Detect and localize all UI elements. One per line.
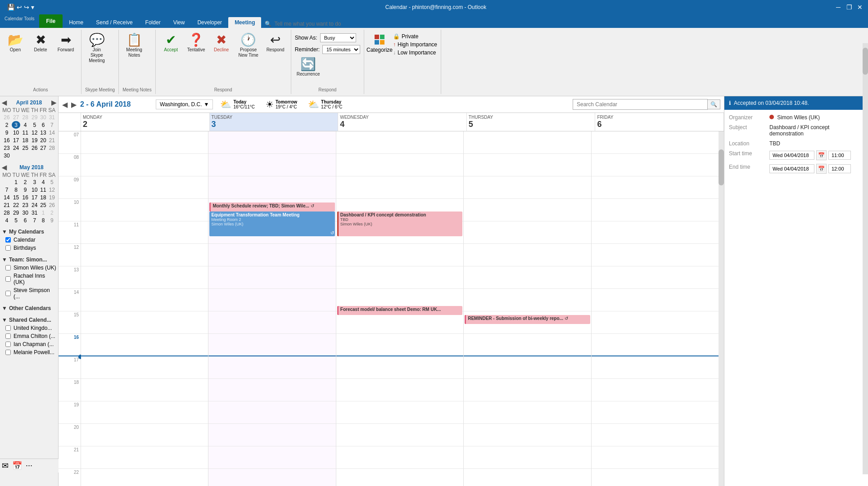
- mini-cal-day[interactable]: 18: [20, 136, 30, 144]
- tuesday-7[interactable]: [208, 131, 335, 154]
- united-kingdom-checkbox[interactable]: [5, 325, 11, 331]
- tab-view[interactable]: View: [167, 17, 191, 28]
- mini-cal-day[interactable]: 26: [2, 113, 12, 121]
- mini-cal-day[interactable]: 12: [48, 186, 56, 194]
- friday-22[interactable]: [592, 469, 719, 486]
- tab-home[interactable]: Home: [63, 17, 90, 28]
- tab-folder[interactable]: Folder: [139, 17, 167, 28]
- mini-cal-day[interactable]: 3: [30, 178, 39, 186]
- categorize-button[interactable]: Categorize: [368, 32, 391, 56]
- friday-15[interactable]: [592, 311, 719, 334]
- wednesday-22[interactable]: [336, 469, 463, 486]
- wednesday-21[interactable]: [336, 446, 463, 469]
- wednesday-8[interactable]: [336, 154, 463, 176]
- thursday-10[interactable]: [464, 199, 591, 221]
- mini-cal-day[interactable]: 16: [2, 136, 12, 144]
- monday-22[interactable]: [81, 469, 208, 486]
- tuesday-12[interactable]: [208, 244, 335, 266]
- mini-cal-day[interactable]: 17: [30, 194, 39, 201]
- mini-cal-day[interactable]: 26: [48, 201, 56, 209]
- wednesday-13[interactable]: [336, 266, 463, 289]
- mini-cal-day[interactable]: 7: [30, 216, 39, 224]
- event-equipment-transform[interactable]: Equipment Transformation Team Meeting Me…: [209, 212, 335, 236]
- thursday-11[interactable]: [464, 221, 591, 244]
- event-monthly-review[interactable]: Monthly Schedule review; TBD; Simon Wile…: [209, 202, 335, 212]
- monday-8[interactable]: [81, 154, 208, 176]
- friday-9[interactable]: [592, 176, 719, 199]
- mini-cal-day[interactable]: 1: [39, 209, 47, 216]
- wednesday-9[interactable]: [336, 176, 463, 199]
- mini-cal-day[interactable]: 10: [12, 129, 20, 136]
- start-date-cal-btn[interactable]: 📅: [816, 150, 827, 160]
- tuesday-13[interactable]: [208, 266, 335, 289]
- wednesday-7[interactable]: [336, 131, 463, 154]
- mini-cal-day[interactable]: 19: [30, 136, 39, 144]
- monday-11[interactable]: [81, 221, 208, 244]
- monday-15[interactable]: [81, 311, 208, 334]
- friday-14[interactable]: [592, 289, 719, 311]
- event-forecast[interactable]: Forecast model/ balance sheet Demo: RM U…: [337, 306, 462, 315]
- sidebar-item-steve-simpson[interactable]: Items: 5 Steve Simpson (...: [2, 286, 56, 301]
- sidebar-item-rachael-inns[interactable]: Rachael Inns (UK): [2, 272, 56, 286]
- thursday-13[interactable]: [464, 266, 591, 289]
- respond-button[interactable]: ↩ Respond: [264, 32, 287, 62]
- high-importance-tag[interactable]: ↑ High Importance: [393, 41, 437, 48]
- qa-redo-btn[interactable]: ↪: [24, 4, 29, 11]
- thursday-22[interactable]: [464, 469, 591, 486]
- start-date-input[interactable]: [769, 151, 814, 160]
- monday-12[interactable]: [81, 244, 208, 266]
- friday-18[interactable]: [592, 379, 719, 401]
- event-dashboard[interactable]: Dashboard / KPI concept demonstration TB…: [337, 212, 462, 236]
- calendar-nav-icon[interactable]: 📅: [12, 461, 22, 471]
- wednesday-16-current[interactable]: [336, 334, 463, 356]
- friday-16-current[interactable]: [592, 334, 719, 356]
- mini-cal-day[interactable]: 30: [39, 113, 47, 121]
- thursday-14[interactable]: [464, 289, 591, 311]
- monday-20[interactable]: [81, 424, 208, 446]
- mini-cal-day[interactable]: 9: [2, 129, 12, 136]
- monday-21[interactable]: [81, 446, 208, 469]
- sidebar-item-birthdays[interactable]: Birthdays: [2, 244, 56, 252]
- mini-cal-day[interactable]: 30: [20, 209, 30, 216]
- mini-cal-day[interactable]: 4: [20, 121, 30, 129]
- mini-cal-day[interactable]: 2: [20, 178, 30, 186]
- mini-cal-day[interactable]: 23: [2, 144, 12, 152]
- monday-9[interactable]: [81, 176, 208, 199]
- mini-cal-day[interactable]: 7: [48, 121, 56, 129]
- mini-cal-day[interactable]: 6: [39, 121, 47, 129]
- qa-save-btn[interactable]: 💾: [7, 4, 15, 11]
- melanie-powell-checkbox[interactable]: [5, 350, 11, 355]
- thursday-9[interactable]: [464, 176, 591, 199]
- mail-nav-icon[interactable]: ✉: [2, 461, 9, 471]
- mini-cal-day[interactable]: 15: [12, 194, 20, 201]
- end-date-cal-btn[interactable]: 📅: [816, 164, 827, 174]
- mini-cal-day[interactable]: 24: [12, 144, 20, 152]
- thursday-16-current[interactable]: [464, 334, 591, 356]
- simon-wiles-checkbox[interactable]: [5, 265, 11, 270]
- tab-file[interactable]: File: [39, 14, 63, 28]
- wednesday-17[interactable]: [336, 356, 463, 379]
- mini-cal-day[interactable]: 6: [20, 216, 30, 224]
- ribbon-search-input[interactable]: [271, 20, 362, 28]
- tab-meeting[interactable]: Meeting: [228, 17, 261, 28]
- tuesday-18[interactable]: [208, 379, 335, 401]
- mini-cal-day[interactable]: 24: [30, 201, 39, 209]
- monday-17[interactable]: [81, 356, 208, 379]
- mini-cal-day[interactable]: 28: [2, 209, 12, 216]
- mini-cal-day[interactable]: 12: [30, 129, 39, 136]
- tab-developer[interactable]: Developer: [191, 17, 228, 28]
- thursday-21[interactable]: [464, 446, 591, 469]
- mini-cal-day[interactable]: 16: [20, 194, 30, 201]
- right-panel-scrollbar[interactable]: [863, 96, 868, 474]
- mini-cal-day[interactable]: 27: [12, 113, 20, 121]
- team-simon-title[interactable]: ▼ Team: Simon...: [2, 256, 56, 264]
- mini-cal-next-btn[interactable]: ▶: [51, 99, 56, 106]
- end-date-input[interactable]: [769, 164, 814, 173]
- restore-btn[interactable]: ❐: [845, 3, 854, 12]
- mini-cal-day[interactable]: 5: [12, 216, 20, 224]
- mini-cal-day[interactable]: 21: [2, 201, 12, 209]
- show-as-select[interactable]: Busy: [320, 33, 356, 42]
- recurrence-button[interactable]: 🔄 Recurrence: [297, 56, 320, 86]
- emma-chilton-checkbox[interactable]: [5, 333, 11, 339]
- mini-cal-day[interactable]: 22: [12, 201, 20, 209]
